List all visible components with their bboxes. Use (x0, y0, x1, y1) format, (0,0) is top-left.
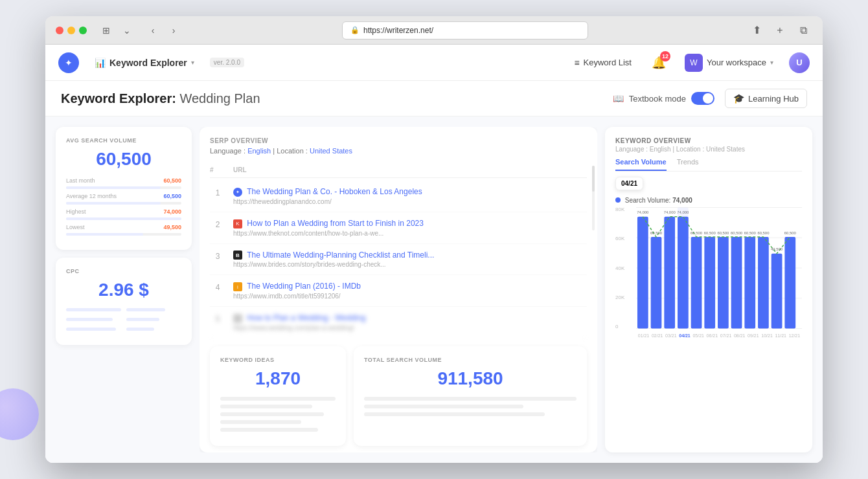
tab-trends[interactable]: Trends (677, 158, 699, 171)
toggle-knob (703, 93, 713, 104)
textbook-mode-toggle[interactable]: 📖 Textbook mode (613, 92, 714, 105)
x-label-jul: 07/21 (720, 333, 732, 338)
bar-aug (731, 237, 742, 328)
favicon-icon: i (233, 282, 242, 291)
x-label-jun: 06/21 (706, 333, 718, 338)
tooltip-dot (615, 197, 621, 203)
close-button[interactable] (56, 27, 63, 34)
bar-dec (784, 237, 795, 328)
cpc-card: CPC 2.96 $ (56, 258, 192, 345)
y-label-20k: 20K (615, 295, 634, 300)
serp-title: SERP OVERVIEW (210, 137, 587, 144)
serp-url-block: B The Ultimate Wedding-Planning Checklis… (233, 251, 587, 269)
total-search-bars (364, 397, 577, 416)
workspace-chevron-icon: ▾ (770, 59, 773, 66)
cpc-bars (66, 308, 181, 335)
sidebar-chevron[interactable]: ⌄ (118, 21, 136, 39)
lock-icon: 🔒 (350, 26, 360, 34)
workspace-icon: W (685, 54, 703, 72)
chart-tabs: Search Volume Trends (615, 158, 802, 172)
page-title-strong: Keyword Explorer: (61, 91, 176, 106)
nav-chevron-icon: ▾ (191, 59, 194, 66)
serp-site-title[interactable]: i The Wedding Plan (2016) - IMDb (233, 282, 587, 291)
windows-button[interactable]: ⧉ (794, 21, 812, 39)
bar-nov (771, 254, 782, 329)
total-search-label: TOTAL SEARCH VOLUME (364, 357, 577, 363)
back-button[interactable]: ‹ (144, 21, 162, 39)
chart-icon: 📊 (95, 58, 106, 68)
y-label-0: 0 (615, 324, 634, 329)
x-label-oct: 10/21 (761, 333, 773, 338)
chart-title: KEYWORD OVERVIEW (615, 137, 802, 144)
serp-site-title[interactable]: B The Ultimate Wedding-Planning Checklis… (233, 251, 587, 260)
keyword-ideas-card: KEYWORD IDEAS 1,870 (210, 346, 346, 446)
avg12-bar (66, 202, 181, 205)
avg12-label: Average 12 months (66, 193, 117, 199)
keyword-overview-card: KEYWORD OVERVIEW Language : English | Lo… (605, 127, 812, 452)
chart-bars-area: 74,000 60,500 74,000 74,000 60,500 60,50… (636, 206, 802, 338)
y-label-60k: 60K (615, 236, 634, 241)
app-content: ✦ 📊 Keyword Explorer ▾ ver. 2.0.0 ≡ Keyw… (45, 45, 823, 463)
new-tab-button[interactable]: + (771, 21, 789, 39)
keyword-list-button[interactable]: ≡ Keyword List (567, 54, 638, 72)
share-button[interactable]: ⬆ (748, 21, 766, 39)
last-month-label: Last month (66, 177, 95, 184)
highest-label: Highest (66, 208, 86, 215)
learning-hub-label: Learning Hub (748, 94, 799, 104)
sidebar-toggle[interactable]: ⊞ (97, 21, 115, 39)
ki-bar-1 (220, 397, 336, 401)
toggle-switch[interactable] (691, 92, 714, 105)
page-title-bar: Keyword Explorer: Wedding Plan 📖 Textboo… (45, 81, 823, 117)
forward-button[interactable]: › (165, 21, 183, 39)
bar-oct (758, 237, 769, 328)
bar-feb (651, 237, 662, 328)
notification-button[interactable]: 🔔 12 (648, 52, 669, 73)
minimize-button[interactable] (67, 27, 75, 34)
workspace-button[interactable]: W Your workspace ▾ (680, 51, 779, 74)
serp-location: United States (310, 147, 352, 155)
x-axis: 01/21 02/21 03/21 04/21 05/21 06/21 07/2… (636, 333, 802, 338)
chart-language: English (650, 146, 671, 153)
row-number: 2 (210, 219, 225, 229)
lowest-label: Lowest (66, 224, 85, 230)
serp-site-title[interactable]: K How to Plan a Wedding from Start to Fi… (233, 219, 587, 228)
page-title: Keyword Explorer: Wedding Plan (61, 91, 260, 106)
bar-label-sep: 60,500 (744, 231, 757, 235)
center-panel: SERP OVERVIEW Language : English | Locat… (200, 127, 597, 452)
col-url: URL (233, 166, 587, 173)
user-avatar[interactable]: U (789, 52, 810, 73)
favicon-icon (233, 314, 242, 323)
ts-bar-1 (364, 397, 577, 401)
total-search-volume-card: TOTAL SEARCH VOLUME 911,580 (354, 346, 587, 446)
last-month-value: 60,500 (163, 177, 181, 184)
avg12-row: Average 12 months 60,500 (66, 193, 181, 199)
left-panel: AVG SEARCH VOLUME 60,500 Last month 60,5… (56, 127, 192, 452)
ts-bar-3 (364, 412, 545, 416)
highest-value: 74,000 (163, 208, 181, 215)
x-label-may: 05/21 (692, 333, 705, 338)
learning-hub-button[interactable]: 🎓 Learning Hub (725, 89, 807, 108)
scroll-indicator[interactable] (592, 166, 595, 230)
avg-search-volume-label: AVG SEARCH VOLUME (66, 137, 181, 144)
bar-label-may: 60,500 (691, 231, 703, 235)
bar-label-jun: 60,500 (704, 231, 716, 235)
ts-bar-2 (364, 405, 523, 408)
active-bar-highlight (678, 207, 689, 328)
url-display[interactable]: 🔒 https://writerzen.net/ (342, 21, 588, 39)
keyword-explorer-nav[interactable]: 📊 Keyword Explorer ▾ (89, 55, 200, 71)
right-panel: KEYWORD OVERVIEW Language : English | Lo… (605, 127, 812, 452)
maximize-button[interactable] (79, 27, 87, 34)
serp-url: https://www.theknot.com/content/how-to-p… (233, 230, 587, 237)
bar-label-jan: 74,000 (637, 210, 649, 214)
x-label-dec: 12/21 (788, 333, 801, 338)
graduation-icon: 🎓 (733, 93, 744, 104)
list-icon: ≡ (574, 58, 579, 68)
x-label-aug: 08/21 (733, 333, 746, 338)
serp-site-title[interactable]: ✦ The Wedding Plan & Co. - Hoboken & Los… (233, 187, 587, 197)
favicon-icon: B (233, 251, 242, 260)
tab-search-volume[interactable]: Search Volume (615, 158, 667, 171)
ki-bar-4 (220, 420, 301, 424)
serp-url-block: K How to Plan a Wedding from Start to Fi… (233, 219, 587, 237)
main-layout: AVG SEARCH VOLUME 60,500 Last month 60,5… (45, 117, 823, 463)
browser-sidebar-icon[interactable]: ⊞ ⌄ (97, 21, 136, 39)
